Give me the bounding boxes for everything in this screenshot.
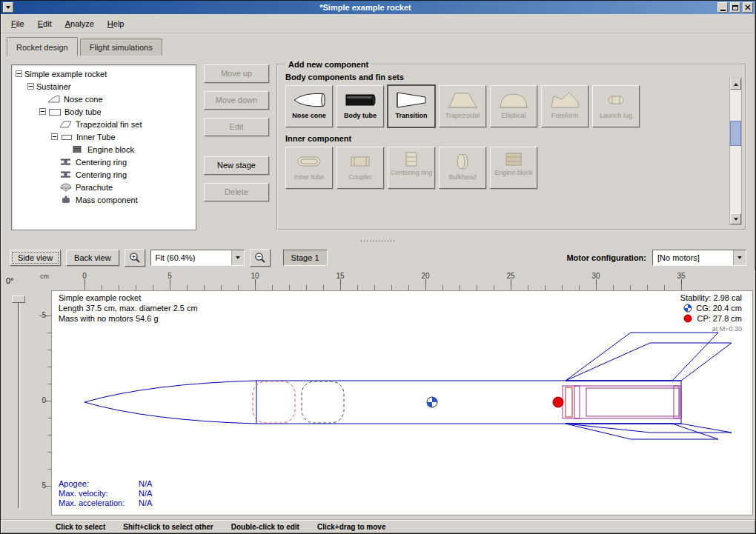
side-view-button[interactable]: Side view xyxy=(10,250,61,266)
menu-analyze[interactable]: Analyze xyxy=(59,16,100,31)
nose-cone-icon xyxy=(293,89,325,111)
scrollbar-down-button[interactable] xyxy=(730,213,741,224)
add-component-title: Add new component xyxy=(285,60,371,69)
scrollbar-up-button[interactable] xyxy=(730,79,741,90)
inner-tube-icon xyxy=(293,150,325,173)
component-button-label: Elliptical xyxy=(501,112,525,119)
tree-item-inner-tube[interactable]: Inner Tube xyxy=(13,130,194,143)
maximize-button[interactable] xyxy=(730,2,740,13)
launch-lug-button[interactable]: Launch lug xyxy=(592,85,640,127)
component-button-label: Launch lug xyxy=(600,112,632,119)
app-window: *Simple example rocket File Edit Analyze… xyxy=(0,0,756,534)
engine-block-button[interactable]: Engine block xyxy=(490,147,537,189)
rotation-value: 0° xyxy=(6,276,14,285)
menu-help[interactable]: Help xyxy=(102,16,130,31)
rotation-slider-track[interactable] xyxy=(18,298,20,509)
delete-button[interactable]: Delete xyxy=(204,183,269,201)
centering-ring-icon xyxy=(59,170,73,179)
launch-lug-icon xyxy=(600,89,632,111)
tree-item-label: Centering ring xyxy=(76,158,127,167)
status-hint: Shift+click to select other xyxy=(123,523,213,531)
component-button-label: Trapezoidal xyxy=(445,112,480,119)
bulkhead-button[interactable]: Bulkhead xyxy=(439,147,486,189)
menu-file[interactable]: File xyxy=(5,16,30,31)
svg-text:0: 0 xyxy=(82,272,87,280)
window-title: *Simple example rocket xyxy=(16,1,715,14)
tree-item-label: Sustainer xyxy=(36,82,70,91)
tree-item-centering-ring-1[interactable]: Centering ring xyxy=(13,156,194,168)
body-components-row: Nose cone Body tube Transition Trapezoid… xyxy=(285,85,726,127)
trapezoidal-fin-button[interactable]: Trapezoidal xyxy=(439,85,486,127)
tree-item-centering-ring-2[interactable]: Centering ring xyxy=(13,168,194,181)
nose-cone-button[interactable]: Nose cone xyxy=(285,85,333,127)
component-tree[interactable]: Simple example rocket Sustainer Nose con… xyxy=(11,64,196,230)
titlebar: *Simple example rocket xyxy=(1,1,755,14)
chevron-down-icon[interactable] xyxy=(733,250,746,265)
rotation-slider-handle[interactable] xyxy=(12,296,25,303)
stage-1-toggle[interactable]: Stage 1 xyxy=(283,250,328,266)
scrollbar-track[interactable] xyxy=(730,90,741,213)
tree-item-mass-component[interactable]: Mass component xyxy=(13,193,194,206)
panel-splitter[interactable] xyxy=(1,236,755,245)
elliptical-fin-icon xyxy=(497,89,530,111)
rocket-dimensions: Length 37.5 cm, max. diameter 2.5 cm xyxy=(59,304,198,313)
trapezoidal-fin-icon xyxy=(59,119,73,129)
tree-expander-icon[interactable] xyxy=(39,108,46,115)
motor-configuration-dropdown[interactable]: [No motors] xyxy=(652,250,746,266)
back-view-button[interactable]: Back view xyxy=(66,250,119,266)
tree-expander-icon[interactable] xyxy=(51,133,58,140)
nose-cone-icon xyxy=(47,94,61,104)
svg-text:-5: -5 xyxy=(39,311,46,319)
svg-text:5: 5 xyxy=(42,481,46,490)
tree-expander-icon[interactable] xyxy=(27,83,34,90)
apogee-label: Apogee: xyxy=(59,479,89,488)
tree-item-label: Centering ring xyxy=(76,170,127,179)
tree-expander-icon[interactable] xyxy=(16,70,22,77)
move-down-button[interactable]: Move down xyxy=(204,91,269,110)
motor-configuration-label: Motor configuration: xyxy=(566,253,646,262)
new-stage-button[interactable]: New stage xyxy=(204,156,269,175)
close-button[interactable] xyxy=(743,2,753,13)
tree-item-rocket[interactable]: Simple example rocket xyxy=(13,67,194,80)
tree-item-sustainer[interactable]: Sustainer xyxy=(13,80,194,93)
scrollbar-thumb[interactable] xyxy=(730,121,741,146)
window-menu-icon[interactable] xyxy=(3,2,13,13)
zoom-out-button[interactable] xyxy=(250,249,271,267)
menu-edit[interactable]: Edit xyxy=(32,16,58,31)
tab-rocket-design[interactable]: Rocket design xyxy=(7,37,78,56)
body-tube-button[interactable]: Body tube xyxy=(336,85,384,127)
tree-item-label: Body tube xyxy=(64,107,102,116)
main-tabs: Rocket design Flight simulations xyxy=(1,33,755,56)
tree-item-nose-cone[interactable]: Nose cone xyxy=(13,93,194,105)
freeform-fin-button[interactable]: Freeform xyxy=(541,85,588,127)
rocket-design-canvas[interactable]: cm 0 5 10 15 20 25 30 35 -5 0 5 xyxy=(38,270,755,519)
tab-flight-simulations[interactable]: Flight simulations xyxy=(80,39,162,56)
tree-item-parachute[interactable]: Parachute xyxy=(13,181,194,193)
close-icon xyxy=(745,4,751,10)
chevron-down-icon[interactable] xyxy=(231,250,244,265)
inner-tube-button[interactable]: Inner tube xyxy=(285,147,333,189)
tree-item-engine-block[interactable]: Engine block xyxy=(13,143,194,156)
arrow-down-icon xyxy=(734,218,738,221)
minimize-button[interactable] xyxy=(717,2,728,13)
tree-item-fin-set[interactable]: Trapezoidal fin set xyxy=(13,118,194,130)
arrow-up-icon xyxy=(734,83,738,86)
edit-button[interactable]: Edit xyxy=(204,118,269,136)
coupler-button[interactable]: Coupler xyxy=(336,147,384,189)
component-button-label: Centering ring xyxy=(391,169,433,176)
trapezoidal-fin-icon xyxy=(446,89,479,111)
zoom-in-button[interactable] xyxy=(125,249,145,267)
drawing-area[interactable] xyxy=(52,291,753,515)
acceleration-value: N/A xyxy=(139,498,153,507)
vertical-ruler: -5 0 5 xyxy=(39,311,50,490)
move-up-button[interactable]: Move up xyxy=(204,64,269,83)
zoom-dropdown[interactable]: Fit (60.4%) xyxy=(150,250,245,266)
menubar: File Edit Analyze Help xyxy=(1,14,755,33)
transition-button[interactable]: Transition xyxy=(388,85,435,127)
centering-ring-button[interactable]: Centering ring xyxy=(388,147,435,189)
tree-item-body-tube[interactable]: Body tube xyxy=(13,105,194,118)
view-toolbar: Side view Back view Fit (60.4%) Stage 1 … xyxy=(1,245,755,270)
elliptical-fin-button[interactable]: Elliptical xyxy=(490,85,537,127)
component-panel-scrollbar[interactable] xyxy=(729,78,742,225)
status-hint: Click+drag to move xyxy=(317,523,386,531)
